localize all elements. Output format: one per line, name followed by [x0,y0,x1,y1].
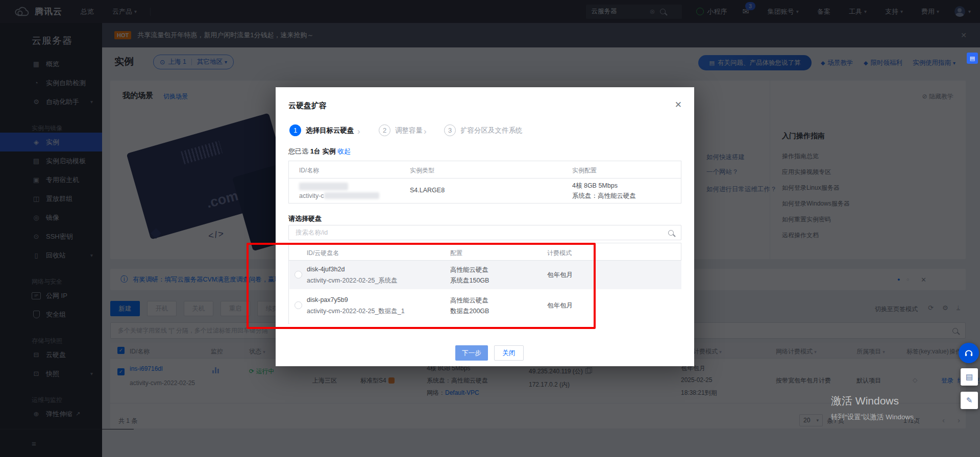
doc-icon: ▤ [970,55,975,61]
step-label: 选择目标云硬盘 [306,126,354,135]
instance-config-2: 系统盘：高性能云硬盘 [572,192,636,200]
col-id: ID/名称 [299,166,319,175]
col-config: 实例配置 [572,166,597,175]
watermark-line-1: 激活 Windows [831,394,921,408]
step-number: 3 [444,124,456,136]
disk-search-input[interactable] [295,229,663,237]
step-separator-icon: › [357,126,360,137]
modal-title: 云硬盘扩容 [288,101,327,111]
close-button[interactable]: 关闭 [494,345,524,361]
step-label: 调整容量 [395,126,423,135]
instance-name-prefix: activity-c [299,192,324,199]
selected-prefix: 您已选 [288,147,308,155]
select-disk-label: 请选择硬盘 [288,214,322,223]
selected-instances-line: 您已选 1台 实例 收起 [288,147,351,156]
step-1: 1 选择目标云硬盘 [289,124,354,136]
suggest-float-button[interactable]: ✎ [961,392,978,409]
redacted-instance-name [324,192,379,199]
step-number: 2 [379,124,390,136]
redacted-instance-id [299,183,348,190]
table-divider [289,178,681,179]
screen: 腾讯云 总览 云产品 ▾ ⊗ 小程序 ✉ 3 集团账号 ▾ 备案 工具 ▾ [0,0,980,457]
instance-type: S4.LARGE8 [410,187,445,194]
doc-icon: ▤ [966,372,973,382]
search-icon[interactable] [668,230,674,236]
step-2: 2 调整容量 [379,124,423,136]
instance-name: activity-c [299,192,379,199]
modal-instance-table: ID/名称 实例类型 实例配置 activity-c S4.LARGE8 4核 … [288,161,681,204]
red-highlight-box [247,243,596,329]
step-separator-icon: › [424,126,427,137]
selected-count: 1台 实例 [310,147,336,155]
instance-config-1: 4核 8GB 5Mbps [572,182,618,190]
modal-close-icon[interactable]: ✕ [675,99,682,110]
docs-float-button[interactable]: ▤ [961,368,978,386]
support-chat-button[interactable] [959,343,979,363]
col-type: 实例类型 [410,166,434,175]
windows-activation-watermark: 激活 Windows 转到“设置”以激活 Windows。 [831,394,921,422]
step-label: 扩容分区及文件系统 [460,126,523,135]
feedback-float-button[interactable]: ▤ [967,53,978,64]
step-number: 1 [289,124,301,136]
next-step-button[interactable]: 下一步 [455,345,488,361]
disk-search [288,225,681,240]
collapse-link[interactable]: 收起 [337,147,351,155]
step-3: 3 扩容分区及文件系统 [444,124,523,136]
pencil-icon: ✎ [966,396,973,405]
watermark-line-2: 转到“设置”以激活 Windows。 [831,413,921,422]
headset-icon [964,348,974,358]
